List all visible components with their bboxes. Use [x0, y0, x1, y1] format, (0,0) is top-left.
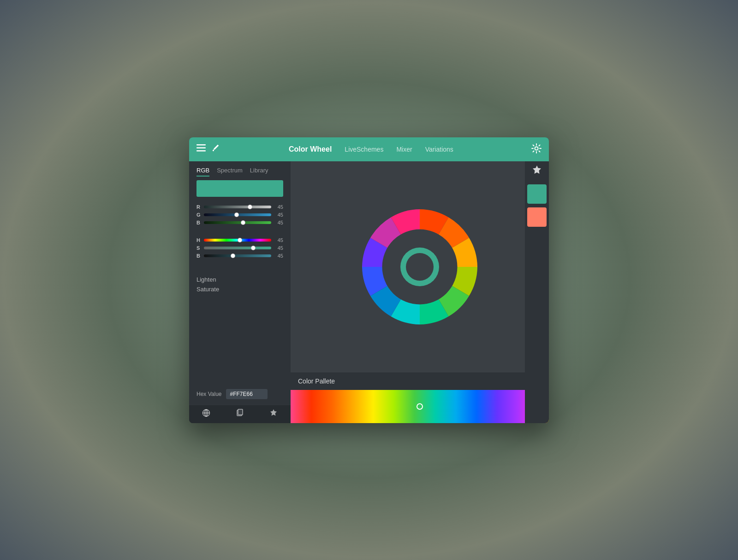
nav-variations[interactable]: Variations	[425, 146, 453, 153]
slider-b-track[interactable]	[204, 221, 271, 224]
left-tabs: RGB Spectrum Library	[189, 161, 291, 180]
menu-icon[interactable]	[196, 144, 206, 154]
svg-rect-3	[213, 150, 214, 151]
spectrum-bar[interactable]	[291, 390, 549, 423]
pin-side-icon[interactable]	[532, 165, 542, 177]
color-preview-bar	[196, 180, 283, 197]
svg-rect-10	[238, 409, 243, 415]
svg-point-14	[406, 253, 434, 281]
bottom-toolbar	[189, 405, 291, 423]
eyedropper-icon[interactable]	[211, 144, 220, 154]
color-wheel-area[interactable]	[291, 161, 549, 372]
lighten-button[interactable]: Lighten	[196, 276, 283, 283]
layers-icon[interactable]	[236, 409, 244, 419]
hex-label: Hex Value	[196, 391, 221, 397]
slider-h-value: 45	[274, 237, 283, 243]
slider-b2-track[interactable]	[204, 254, 271, 257]
slider-row-b2: B 45	[196, 253, 283, 259]
nav-color-wheel[interactable]: Color Wheel	[289, 145, 332, 153]
nav-mixer[interactable]: Mixer	[396, 146, 412, 153]
nav-live-schemes[interactable]: LiveSchemes	[345, 146, 383, 153]
tab-rgb[interactable]: RGB	[196, 167, 209, 177]
slider-r-value: 45	[274, 204, 283, 210]
slider-row-g: G 45	[196, 212, 283, 218]
palette-header[interactable]: Color Pallete ›	[291, 372, 549, 390]
slider-r-track[interactable]	[204, 206, 271, 208]
svg-rect-1	[196, 147, 206, 149]
slider-b2-label: B	[196, 253, 201, 259]
swatch-teal[interactable]	[527, 184, 547, 204]
slider-b2-value: 45	[274, 253, 283, 259]
globe-icon[interactable]	[202, 409, 210, 419]
slider-g-value: 45	[274, 212, 283, 218]
slider-r-label: R	[196, 204, 201, 210]
slider-h-label: H	[196, 237, 201, 243]
color-wheel[interactable]	[348, 195, 491, 338]
slider-s-label: S	[196, 245, 201, 251]
svg-rect-0	[196, 144, 206, 146]
spectrum-indicator	[417, 403, 423, 410]
rgb-sliders-section: R 45 G 45 B	[189, 200, 291, 229]
hex-input[interactable]	[226, 389, 268, 399]
header: Color Wheel LiveSchemes Mixer Variations	[189, 137, 549, 161]
slider-h-track[interactable]	[204, 239, 271, 242]
slider-g-track[interactable]	[204, 213, 271, 216]
gear-icon[interactable]	[531, 143, 542, 155]
left-panel: RGB Spectrum Library R 45 G	[189, 161, 291, 423]
slider-row-h: H 45	[196, 237, 283, 243]
saturate-button[interactable]: Saturate	[196, 286, 283, 293]
swatch-coral[interactable]	[527, 207, 547, 227]
slider-b-label: B	[196, 220, 201, 225]
hsb-sliders-section: H 45 S 45 B	[189, 234, 291, 262]
right-wrapper: Color Pallete ›	[291, 161, 549, 423]
side-panel	[525, 161, 549, 423]
tab-library[interactable]: Library	[250, 167, 268, 177]
right-panel: Color Pallete ›	[291, 161, 549, 423]
main-content: RGB Spectrum Library R 45 G	[189, 161, 549, 423]
pin-icon[interactable]	[269, 409, 278, 419]
header-nav: Color Wheel LiveSchemes Mixer Variations	[289, 145, 523, 153]
header-right	[523, 143, 542, 155]
slider-s-value: 45	[274, 245, 283, 251]
palette-section: Color Pallete ›	[291, 372, 549, 423]
svg-point-4	[535, 147, 538, 150]
slider-row-s: S 45	[196, 245, 283, 251]
palette-title: Color Pallete	[298, 377, 335, 385]
slider-row-r: R 45	[196, 204, 283, 210]
hex-section: Hex Value	[189, 383, 291, 405]
slider-row-b: B 45	[196, 220, 283, 225]
slider-s-track[interactable]	[204, 247, 271, 249]
header-left	[196, 144, 289, 154]
slider-b-value: 45	[274, 220, 283, 225]
tab-spectrum[interactable]: Spectrum	[217, 167, 243, 177]
svg-rect-2	[196, 150, 206, 152]
slider-g-label: G	[196, 212, 201, 218]
adjustments-section: Lighten Saturate	[189, 262, 291, 298]
app-window: Color Wheel LiveSchemes Mixer Variations…	[189, 137, 549, 423]
